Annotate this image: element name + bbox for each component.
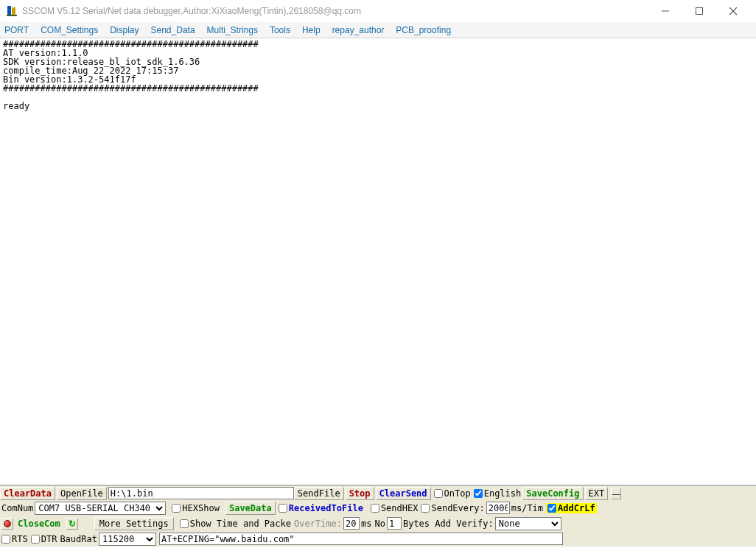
addcrlf-checkbox[interactable]: AddCrLf	[546, 503, 597, 513]
svg-rect-4	[696, 8, 703, 15]
refresh-button[interactable]: ↻	[66, 518, 78, 530]
menu-multi-strings[interactable]: Multi_Strings	[207, 25, 258, 35]
ms-tim-label: ms/Tim	[511, 503, 543, 513]
menu-tools[interactable]: Tools	[270, 25, 290, 35]
toolbar-row-4: RTS DTR BaudRat 115200	[0, 531, 756, 547]
com-port-select[interactable]: COM7 USB-SERIAL CH340	[35, 502, 166, 515]
maximize-button[interactable]	[682, 0, 716, 22]
window-controls	[648, 0, 750, 22]
svg-rect-0	[7, 6, 11, 15]
no-input[interactable]	[387, 517, 402, 530]
stop-button[interactable]: Stop	[346, 487, 374, 500]
baudrate-select[interactable]: 115200	[99, 533, 156, 546]
clear-send-button[interactable]: ClearSend	[376, 487, 431, 500]
hexshow-checkbox[interactable]: HEXShow	[172, 503, 220, 513]
ms-label: ms	[361, 519, 371, 529]
menubar: PORT COM_Settings Display Send_Data Mult…	[0, 22, 756, 38]
menu-repay-author[interactable]: repay_author	[332, 25, 385, 35]
send-interval-input[interactable]	[486, 502, 510, 514]
sendhex-checkbox[interactable]: SendHEX	[371, 503, 419, 513]
show-time-checkbox[interactable]: Show Time and Packe	[180, 519, 291, 529]
dtr-checkbox[interactable]: DTR	[31, 534, 57, 544]
save-config-button[interactable]: SaveConfig	[522, 487, 583, 500]
refresh-icon: ↻	[67, 519, 77, 529]
baudrate-label: BaudRat	[60, 534, 97, 544]
comnum-label: ComNum	[1, 503, 33, 513]
no-label: No	[374, 519, 385, 529]
verify-select[interactable]: None	[495, 517, 561, 530]
record-indicator[interactable]	[1, 518, 13, 530]
rts-checkbox[interactable]: RTS	[1, 534, 28, 544]
send-file-button[interactable]: SendFile	[294, 487, 344, 500]
received-to-file-checkbox[interactable]: ReceivedToFile	[279, 503, 363, 513]
record-dot-icon	[4, 520, 11, 527]
minimize-button[interactable]	[648, 0, 682, 22]
menu-help[interactable]: Help	[302, 25, 321, 35]
close-button[interactable]	[716, 0, 750, 22]
open-file-button[interactable]: OpenFile	[57, 487, 107, 500]
serial-output[interactable]: ########################################…	[0, 38, 756, 485]
ontop-checkbox[interactable]: OnTop	[434, 488, 471, 499]
menu-pcb-proofing[interactable]: PCB_proofing	[396, 25, 451, 35]
collapse-button[interactable]: —	[611, 488, 621, 499]
save-data-button[interactable]: SaveData	[225, 502, 276, 515]
send-every-checkbox[interactable]: SendEvery:	[421, 503, 484, 513]
svg-rect-2	[7, 15, 17, 16]
more-settings-button[interactable]: More Settings	[94, 517, 174, 530]
file-path-input[interactable]	[108, 487, 294, 499]
titlebar: SSCOM V5.12 Serial/Net data debugger,Aut…	[0, 0, 756, 22]
toolbar-row-1: ClearData OpenFile SendFile Stop ClearSe…	[0, 485, 756, 500]
close-com-button[interactable]: CloseCom	[15, 517, 63, 530]
bytes-verify-label: Bytes Add Verify:	[403, 519, 494, 529]
window-title: SSCOM V5.12 Serial/Net data debugger,Aut…	[22, 6, 648, 16]
menu-port[interactable]: PORT	[4, 25, 29, 35]
send-text-input[interactable]	[159, 533, 563, 545]
overtime-input[interactable]	[343, 517, 360, 530]
clear-data-button[interactable]: ClearData	[0, 487, 55, 500]
menu-display[interactable]: Display	[110, 25, 139, 35]
ext-button[interactable]: EXT	[585, 487, 609, 500]
menu-com-settings[interactable]: COM_Settings	[41, 25, 98, 35]
toolbar-row-3: CloseCom ↻ More Settings Show Time and P…	[0, 516, 756, 531]
toolbar-row-2: ComNum COM7 USB-SERIAL CH340 HEXShow Sav…	[0, 500, 756, 516]
overtime-label: OverTime:	[294, 519, 342, 529]
menu-send-data[interactable]: Send_Data	[151, 25, 195, 35]
app-icon	[6, 5, 18, 17]
english-checkbox[interactable]: English	[474, 488, 522, 499]
